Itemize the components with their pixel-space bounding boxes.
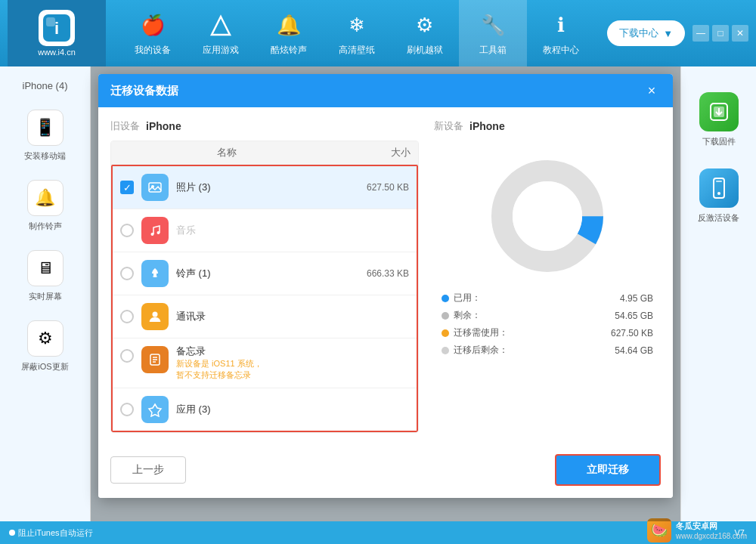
legend-used: 已用： 4.95 GB <box>442 292 653 304</box>
ringtone-label: 铃声 (1) <box>176 267 341 280</box>
after-label: 迁移后剩余： <box>454 344 508 357</box>
migrate-button[interactable]: 立即迁移 <box>555 454 661 486</box>
nav-jailbreak-label: 刷机越狱 <box>407 44 443 57</box>
nav-jailbreak[interactable]: ⚙ 刷机越狱 <box>391 0 459 66</box>
deactivate-label: 反激活设备 <box>698 212 739 224</box>
right-item-deactivate[interactable]: 反激活设备 <box>681 158 756 234</box>
contacts-checkbox[interactable] <box>120 310 135 323</box>
screen-icon: 🖥 <box>27 250 64 286</box>
table-row[interactable]: 应用 (3) <box>113 388 417 431</box>
sidebar-shield-label: 屏蔽iOS更新 <box>21 361 68 372</box>
migrate-dot <box>442 329 449 337</box>
back-button[interactable]: 上一步 <box>110 456 186 484</box>
old-device-name: iPhone <box>146 120 181 132</box>
minimize-button[interactable]: — <box>692 25 709 42</box>
notes-content: 备忘录 新设备是 iOS11 系统，暂不支持迁移备忘录 <box>176 345 409 382</box>
sidebar-item-install[interactable]: 📱 安装移动端 <box>0 100 90 171</box>
modal-body: 旧设备 iPhone 名称 大小 <box>98 107 673 445</box>
modal-close-button[interactable]: × <box>643 82 661 100</box>
remaining-dot <box>442 312 449 320</box>
nav-toolbox[interactable]: 🔧 工具箱 <box>459 0 527 66</box>
new-device-label: 新设备 <box>434 119 463 133</box>
right-sidebar: 下载固件 反激活设备 <box>680 66 756 521</box>
old-device-panel: 旧设备 iPhone 名称 大小 <box>110 119 419 433</box>
sidebar-item-shield[interactable]: ⚙ 屏蔽iOS更新 <box>0 311 90 382</box>
top-bar: i www.i4.cn 🍎 我的设备 应用游戏 🔔 酷炫铃声 ❄ 高清壁纸 <box>0 0 756 66</box>
table-row[interactable]: ✓ 照片 (3) 627.50 KB <box>113 166 417 209</box>
nav-apps[interactable]: 应用游戏 <box>187 0 255 66</box>
table-header: 名称 大小 <box>111 141 418 165</box>
legend-migrate: 迁移需使用： 627.50 KB <box>442 326 653 339</box>
firmware-label: 下载固件 <box>702 136 736 147</box>
svg-point-6 <box>151 233 154 236</box>
main-area: iPhone (4) 📱 安装移动端 🔔 制作铃声 🖥 实时屏幕 ⚙ 屏蔽iOS… <box>0 66 756 521</box>
photos-checkbox[interactable]: ✓ <box>120 181 135 194</box>
legend-after: 迁移后剩余： 54.64 GB <box>442 344 653 357</box>
svg-rect-22 <box>716 181 722 182</box>
sidebar-item-ringtone[interactable]: 🔔 制作铃声 <box>0 171 90 241</box>
apps-icon <box>206 11 236 41</box>
svg-point-23 <box>717 192 720 195</box>
svg-rect-8 <box>153 274 156 276</box>
apps-label: 应用 (3) <box>176 403 341 416</box>
download-label: 下载中心 <box>619 26 658 40</box>
restore-button[interactable]: □ <box>712 25 729 42</box>
left-sidebar: iPhone (4) 📱 安装移动端 🔔 制作铃声 🖥 实时屏幕 ⚙ 屏蔽iOS… <box>0 66 91 521</box>
content-area: 迁移设备数据 × 旧设备 iPhone 名称 大小 <box>91 66 680 521</box>
nav-toolbox-label: 工具箱 <box>479 44 507 57</box>
nav-wallpaper-label: 高清壁纸 <box>339 44 375 57</box>
legend-area: 已用： 4.95 GB 剩余： 54.65 GB <box>434 292 661 364</box>
nav-ringtones[interactable]: 🔔 酷炫铃声 <box>255 0 323 66</box>
watermark-text: 冬瓜安卓网 www.dgxcdz168.com <box>676 521 747 540</box>
contacts-icon <box>141 303 169 330</box>
remaining-label: 剩余： <box>454 309 481 322</box>
watermark-title: 冬瓜安卓网 <box>676 521 747 532</box>
table-row[interactable]: 通讯录 <box>113 295 417 338</box>
nav-my-device[interactable]: 🍎 我的设备 <box>119 0 187 66</box>
new-device-panel: 新设备 iPhone <box>434 119 661 433</box>
close-button[interactable]: ✕ <box>732 25 748 42</box>
svg-rect-3 <box>147 180 163 195</box>
music-checkbox[interactable] <box>120 224 135 237</box>
table-row[interactable]: 铃声 (1) 666.33 KB <box>113 252 417 295</box>
svg-point-9 <box>153 276 157 277</box>
music-icon <box>141 217 169 244</box>
shield-icon: ⚙ <box>27 320 64 357</box>
new-device-name: iPhone <box>469 120 505 132</box>
nav-my-device-label: 我的设备 <box>135 44 171 57</box>
ringtone-icon: 🔔 <box>27 180 64 216</box>
download-arrow-icon: ▼ <box>663 28 673 39</box>
status-bar: 阻止iTunes自动运行 V7. 🍉 冬瓜安卓网 www.dgxcdz168.c… <box>0 521 756 544</box>
sidebar-ringtone-label: 制作铃声 <box>29 221 62 232</box>
col-size-header: 大小 <box>335 146 411 159</box>
logo-icon: i <box>39 10 75 46</box>
nav-tutorials[interactable]: ℹ 教程中心 <box>527 0 595 66</box>
table-row[interactable]: 音乐 <box>113 209 417 252</box>
wallpaper-icon: ❄ <box>342 11 372 41</box>
migrate-value: 627.50 KB <box>611 328 653 338</box>
nav-wallpaper[interactable]: ❄ 高清壁纸 <box>323 0 391 66</box>
watermark-url: www.dgxcdz168.com <box>676 532 747 540</box>
data-table: 名称 大小 ✓ <box>110 141 419 433</box>
nav-ringtones-label: 酷炫铃声 <box>271 44 307 57</box>
ringtone-checkbox[interactable] <box>120 267 135 280</box>
watermark-logo: 🍉 <box>647 518 671 542</box>
download-button[interactable]: 下载中心 ▼ <box>607 20 685 46</box>
sidebar-item-screen[interactable]: 🖥 实时屏幕 <box>0 241 90 311</box>
notes-label: 备忘录 <box>176 345 409 358</box>
modal-overlay: 迁移设备数据 × 旧设备 iPhone 名称 大小 <box>91 66 680 521</box>
right-item-firmware[interactable]: 下载固件 <box>681 82 756 158</box>
notes-icon <box>141 346 169 373</box>
notes-checkbox[interactable] <box>120 349 135 363</box>
music-label: 音乐 <box>176 224 341 237</box>
deactivate-icon <box>699 168 739 208</box>
apps-checkbox[interactable] <box>120 403 135 416</box>
modal-title: 迁移设备数据 <box>110 84 178 98</box>
nav-items: 🍎 我的设备 应用游戏 🔔 酷炫铃声 ❄ 高清壁纸 ⚙ 刷机越狱 🔧 工具箱 <box>106 0 607 66</box>
svg-rect-2 <box>46 17 55 26</box>
tutorials-icon: ℹ <box>546 11 576 41</box>
ringtone-size: 666.33 KB <box>341 268 409 279</box>
sidebar-install-label: 安装移动端 <box>24 150 66 162</box>
table-row[interactable]: 备忘录 新设备是 iOS11 系统，暂不支持迁移备忘录 <box>113 338 417 388</box>
remaining-value: 54.65 GB <box>615 311 653 321</box>
